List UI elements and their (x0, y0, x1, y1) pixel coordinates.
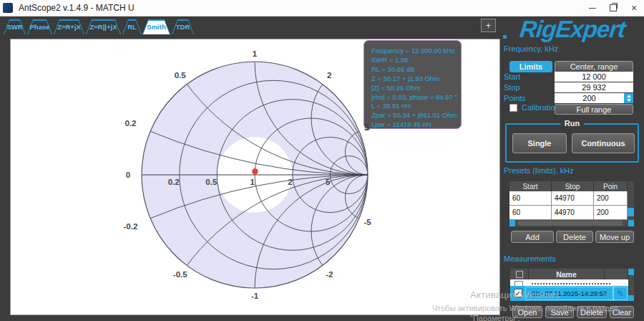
minimize-icon (589, 8, 596, 9)
svg-text:1: 1 (253, 49, 258, 58)
svg-text:-2: -2 (326, 270, 333, 279)
delete-preset-button-label: Delete (563, 233, 586, 241)
continuous-button[interactable]: Continuous (572, 133, 635, 153)
svg-text:0.2: 0.2 (125, 119, 136, 128)
center-range-button[interactable]: Center, range (555, 61, 633, 72)
rigexpert-logo: RigExpert (500, 16, 644, 43)
tab-label: Phase (27, 19, 52, 34)
windows-activation-watermark-line3: "Параметры". (470, 314, 520, 321)
measurements-col-check (510, 269, 529, 279)
add-button[interactable]: Add (511, 231, 554, 243)
svg-text:0: 0 (126, 171, 130, 179)
window-title: AntScope2 v.1.4.9 - MATCH U (19, 3, 135, 13)
svg-text:0.5: 0.5 (175, 71, 187, 80)
chart-rim-label-5: 5 (364, 123, 369, 133)
chart-readout-tooltip: Frequency = 12 000.00 kHz SWR = 1.06 RL … (364, 40, 462, 129)
tab-label: Z=R+jX (54, 19, 84, 34)
presets-hscroll-right-arrow[interactable] (628, 220, 634, 226)
measurements-scroll-down[interactable] (628, 295, 634, 301)
measurements-col-name-label: Name (556, 270, 577, 279)
single-button[interactable]: Single (512, 133, 567, 153)
svg-text:0.2: 0.2 (168, 178, 180, 186)
points-input[interactable] (555, 93, 624, 103)
svg-text:-0.5: -0.5 (173, 270, 187, 279)
tab-smith[interactable]: Smith (142, 19, 170, 34)
readout-zmag: |Z| = 50.26 Ohm (371, 84, 458, 93)
tab-label: Smith (142, 19, 170, 34)
add-button-label: Add (525, 233, 540, 241)
svg-text:2: 2 (327, 71, 331, 80)
readout-lpar: Lpar = 11419.45 nH (371, 120, 458, 130)
preset-cell[interactable]: 44970 (552, 191, 594, 206)
presets-hscroll-left-arrow[interactable] (509, 220, 515, 226)
add-tab-button[interactable]: + (481, 19, 496, 32)
calibration-checkbox[interactable] (509, 104, 517, 112)
title-bar: AntScope2 v.1.4.9 - MATCH U × (0, 0, 644, 16)
tab-label: TDR (172, 19, 194, 34)
tab-tdr[interactable]: TDR (172, 19, 194, 34)
preset-cell[interactable]: 60 (509, 191, 552, 206)
presets-col-start: Start (509, 181, 552, 191)
presets-vscrollbar-thumb[interactable] (628, 208, 634, 216)
readout-rl: RL = 30.66 dB (371, 65, 458, 75)
windows-activation-watermark-line2: Чтобы активировать Windows, перейдите в … (432, 304, 618, 312)
svg-text:2: 2 (288, 178, 292, 186)
readout-zpar: Zpar = 50.34 + j861.01 Ohm (371, 111, 458, 120)
edit-pencil-icon: ✎ (617, 289, 624, 299)
preset-cell[interactable]: 44970 (552, 206, 594, 220)
readout-z: Z = 50.17 + j2.93 Ohm (371, 75, 458, 84)
tab-label: RL (122, 19, 142, 34)
limits-button-label: Limits (519, 62, 542, 71)
measurement-point (252, 168, 258, 175)
full-range-button-label: Full range (577, 105, 612, 114)
readout-rho: |rho| = 0.03, phase = 84.97 ° (371, 93, 458, 102)
preset-cell[interactable]: 200 (594, 191, 628, 206)
tab-z-parallel[interactable]: Z=R||+jX (86, 19, 121, 34)
readout-swr: SWR = 1.06 (371, 56, 458, 65)
spinner-down-icon (627, 99, 631, 102)
start-input[interactable] (555, 72, 633, 82)
svg-text:-1: -1 (251, 292, 259, 300)
presets-col-start-label: Start (522, 183, 537, 191)
move-up-button[interactable]: Move up (595, 231, 634, 243)
tab-rl[interactable]: RL (122, 19, 142, 34)
measurements-col-edit (605, 269, 628, 279)
spinner-up-icon (627, 95, 631, 97)
measurements-scroll-up[interactable] (628, 269, 634, 275)
delete-preset-button[interactable]: Delete (556, 231, 593, 243)
readout-frequency: Frequency = 12 000.00 kHz (371, 47, 458, 56)
svg-text:1: 1 (250, 178, 255, 186)
full-range-button[interactable]: Full range (555, 104, 633, 115)
maximize-button[interactable] (604, 0, 623, 16)
stop-label: Stop (504, 83, 520, 92)
app-icon (3, 3, 13, 13)
presets-hscroll-thumb[interactable] (518, 221, 623, 226)
row-text-clipped (532, 283, 610, 284)
limits-button[interactable]: Limits (509, 61, 552, 72)
preset-cell[interactable]: 60 (509, 206, 552, 220)
minimize-button[interactable] (583, 0, 602, 16)
move-up-button-label: Move up (600, 233, 630, 241)
measurement-edit-cell[interactable]: ✎ (613, 287, 628, 300)
presets-col-stop-label: Stop (565, 183, 580, 191)
row-checkbox[interactable] (514, 281, 523, 286)
preset-cell[interactable]: 200 (594, 206, 628, 220)
measurement-row-partial[interactable] (510, 279, 628, 286)
run-group-title: Run (560, 119, 584, 128)
svg-text:5: 5 (326, 178, 331, 186)
close-button[interactable]: × (625, 0, 643, 16)
tab-phase[interactable]: Phase (27, 19, 52, 34)
center-range-button-label: Center, range (570, 62, 618, 71)
tab-z-series[interactable]: Z=R+jX (54, 19, 84, 34)
logo-dot (503, 35, 507, 39)
single-button-label: Single (527, 139, 551, 148)
stop-input[interactable] (555, 82, 633, 92)
presets-section-label: Presets (limits), kHz (504, 166, 574, 175)
points-spinner[interactable] (624, 93, 633, 103)
restore-icon (610, 4, 617, 11)
tab-swr[interactable]: SWR (4, 19, 26, 34)
measurements-section-label: Measurements (504, 254, 556, 263)
presets-col-stop: Stop (552, 181, 594, 191)
plus-icon: + (486, 21, 491, 30)
points-label: Points (504, 94, 526, 102)
